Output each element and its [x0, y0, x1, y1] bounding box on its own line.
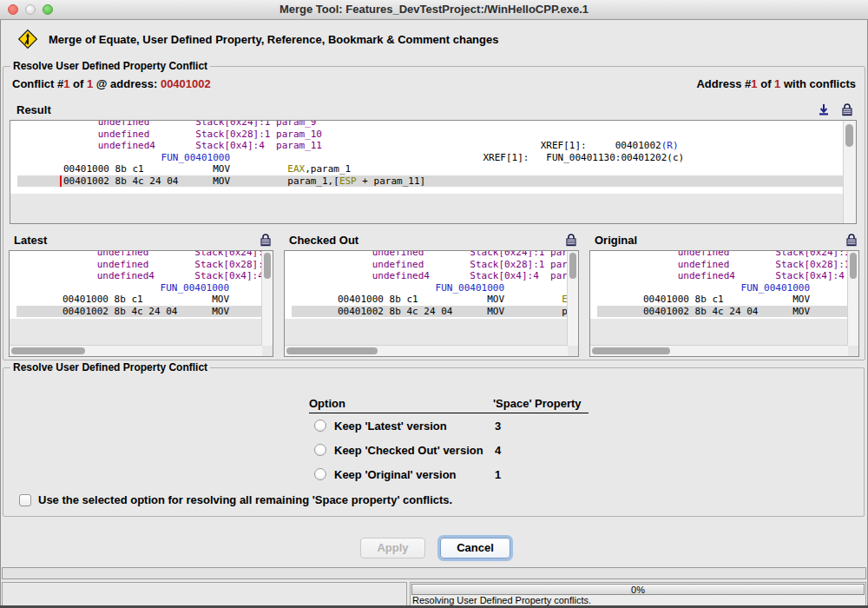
vertical-scrollbar[interactable]	[567, 251, 578, 346]
option-label-keep-checked-out[interactable]: Keep 'Checked Out' version	[326, 444, 483, 457]
options-group-title: Resolve User Defined Property Conflict	[10, 361, 210, 373]
lock-icon[interactable]	[841, 102, 853, 116]
merge-phase-message: Merge of Equate, User Defined Property, …	[49, 33, 498, 46]
checked-out-panel-title: Checked Out	[289, 234, 358, 247]
listing-row[interactable]: undefined Stack[0x28]:1 param_10	[597, 259, 848, 271]
original-panel: Original undefined Stack[0x24]:1 param_9…	[586, 231, 863, 359]
original-listing[interactable]: undefined Stack[0x24]:1 param_9 undefine…	[589, 250, 859, 357]
latest-listing[interactable]: undefined Stack[0x24]:1 param_9 undefine…	[9, 250, 273, 357]
option-label-keep-original[interactable]: Keep 'Original' version	[326, 468, 457, 481]
listing-row[interactable]: undefined4 Stack[0x4]:4 param_11 XREF[1]…	[16, 270, 262, 282]
radio-keep-original[interactable]	[314, 468, 326, 480]
lock-icon[interactable]	[845, 233, 858, 247]
latest-panel: Latest undefined Stack[0x24]:1 param_9 u…	[5, 231, 277, 359]
scrollbar-thumb[interactable]	[845, 124, 853, 147]
apply-to-all-row[interactable]: Use the selected option for resolving al…	[19, 493, 452, 506]
option-value-keep-latest: 3	[493, 420, 589, 433]
vertical-scrollbar[interactable]	[843, 121, 856, 223]
latest-panel-title: Latest	[14, 234, 47, 247]
option-row: Keep 'Latest' version3	[309, 413, 589, 438]
listing-row[interactable]: undefined4 Stack[0x4]:4 param_11 XREF[1]…	[17, 140, 844, 152]
option-value-keep-original: 1	[493, 468, 589, 481]
cursor-caret	[60, 175, 62, 187]
listing-row[interactable]: undefined Stack[0x24]:1 param_9	[16, 251, 262, 259]
address-counter: Address #1 of 1 with conflicts	[696, 77, 856, 90]
conflict-counter: Conflict #1 of 1 @ address: 00401002	[12, 77, 211, 90]
listing-row[interactable]: 00401000 8b c1 MOV EAX,param_1	[292, 294, 568, 306]
listing-row[interactable]: 00401000 8b c1 MOV EAX,param_1	[16, 294, 262, 306]
result-panel-title: Result	[16, 103, 51, 116]
merge-tool-window: { "window": { "title": "Merge Tool: Feat…	[0, 0, 868, 608]
listing-row[interactable]: 00401000 8b c1 MOV EAX,param_1	[17, 163, 844, 175]
status-left-panel	[2, 582, 407, 606]
options-group: Resolve User Defined Property Conflict O…	[3, 367, 865, 517]
radio-keep-latest[interactable]	[314, 420, 326, 432]
listing-row-current[interactable]: 00401002 8b 4c 24 04 MOV param_1,[ESP + …	[597, 306, 848, 318]
vertical-scrollbar[interactable]	[261, 251, 273, 346]
conflict-group-title: Resolve User Defined Property Conflict	[10, 60, 210, 72]
option-row: Keep 'Original' version1	[309, 462, 589, 486]
listing-row[interactable]: FUN_00401000 XREF[1]: FUN_00401130:00401…	[292, 282, 568, 294]
scrollbar-thumb[interactable]	[850, 253, 857, 279]
option-column-header: Option	[309, 397, 493, 413]
vertical-scrollbar[interactable]	[847, 251, 858, 346]
apply-button[interactable]: Apply	[360, 538, 425, 558]
title-bar[interactable]: Merge Tool: Features_DevTestProject:/Win…	[0, 0, 868, 20]
listing-row[interactable]: FUN_00401000 XREF[1]: FUN_00401130:00401…	[16, 282, 262, 294]
status-strip	[2, 567, 866, 579]
scrollbar-thumb[interactable]	[286, 347, 378, 354]
options-table: Option 'Space' Property Keep 'Latest' ve…	[309, 397, 589, 486]
apply-to-all-label: Use the selected option for resolving al…	[38, 493, 452, 506]
listing-row[interactable]: undefined4 Stack[0x4]:4 param_11 XREF[1]…	[292, 270, 568, 282]
window-title: Merge Tool: Features_DevTestProject:/Win…	[0, 0, 868, 19]
scrollbar-thumb[interactable]	[264, 253, 271, 279]
horizontal-scrollbar[interactable]	[285, 345, 568, 356]
cancel-button[interactable]: Cancel	[440, 538, 510, 558]
scrollbar-thumb[interactable]	[11, 347, 85, 354]
listing-row[interactable]: FUN_00401000 XREF[1]: FUN_00401130:00401…	[17, 152, 844, 164]
listing-row[interactable]: undefined Stack[0x24]:1 param_9	[597, 251, 848, 259]
radio-keep-checked-out[interactable]	[314, 444, 326, 456]
listing-row-current[interactable]: 00401002 8b 4c 24 04 MOV param_1,[ESP + …	[17, 175, 844, 188]
status-right-panel: 0% Resolving User Defined Property confl…	[410, 582, 866, 606]
merge-sign-icon	[17, 29, 38, 50]
listing-row[interactable]: undefined Stack[0x28]:1 param_10	[17, 129, 844, 141]
checked-out-panel: Checked Out undefined Stack[0x24]:1 para…	[280, 231, 582, 359]
listing-row[interactable]: undefined Stack[0x24]:1 param_9	[292, 251, 568, 259]
horizontal-scrollbar[interactable]	[590, 345, 848, 356]
listing-row[interactable]: undefined Stack[0x28]:1 param_10	[16, 259, 262, 271]
option-row: Keep 'Checked Out' version4	[309, 438, 589, 462]
result-listing[interactable]: undefined Stack[0x24]:1 param_9 undefine…	[10, 120, 857, 224]
option-label-keep-latest[interactable]: Keep 'Latest' version	[326, 420, 447, 433]
progress-bar: 0%	[411, 584, 865, 595]
download-icon[interactable]	[817, 102, 831, 116]
scrollbar-thumb[interactable]	[569, 253, 576, 279]
checked-out-listing[interactable]: undefined Stack[0x24]:1 param_9 undefine…	[284, 250, 579, 357]
listing-row[interactable]: FUN_00401000 XREF[1]: FUN_00401130:00401…	[597, 282, 848, 294]
conflict-group: Resolve User Defined Property Conflict C…	[3, 66, 865, 360]
original-panel-title: Original	[595, 234, 637, 247]
scrollbar-thumb[interactable]	[592, 347, 670, 354]
horizontal-scrollbar[interactable]	[10, 345, 262, 356]
lock-icon[interactable]	[260, 233, 272, 247]
lock-icon[interactable]	[565, 233, 577, 247]
apply-to-all-checkbox[interactable]	[19, 494, 31, 506]
listing-row[interactable]: undefined4 Stack[0x4]:4 param_11 XREF[1]…	[597, 270, 848, 282]
value-column-header: 'Space' Property	[493, 397, 589, 413]
option-value-keep-checked-out: 4	[493, 444, 589, 457]
listing-row[interactable]: 00401000 8b c1 MOV EAX,param_1	[597, 294, 848, 306]
listing-row[interactable]: undefined Stack[0x24]:1 param_9	[17, 121, 844, 129]
listing-row-current[interactable]: 00401002 8b 4c 24 04 MOV param_1,[ESP + …	[16, 306, 262, 318]
result-panel: Result	[8, 101, 858, 226]
listing-row[interactable]: undefined Stack[0x28]:1 param_10	[292, 259, 568, 271]
listing-row-current[interactable]: 00401002 8b 4c 24 04 MOV param_1,[ESP + …	[292, 306, 568, 318]
